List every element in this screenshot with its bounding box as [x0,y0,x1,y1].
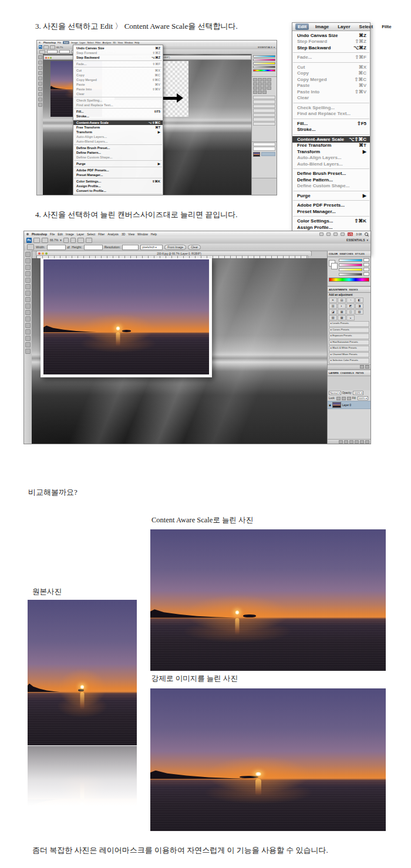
menu-item-content-aware-scale[interactable]: Content-Aware Scale⌥⇧⌘C [73,120,163,125]
color-panel-tabs[interactable]: COLORSWATCHESSTYLES [328,251,370,257]
tool-preset-icon[interactable] [39,50,45,54]
posterize-adjustment-icon[interactable]: ▨ [355,309,363,315]
lock-transparency-icon[interactable] [336,397,341,400]
menu-item-assign-profile[interactable]: Assign Profile... [292,224,370,231]
adjustments-panel-tabs[interactable]: ADJUSTMENTSMASKS [328,286,370,293]
opacity-value[interactable]: 100% ▾ [353,391,363,395]
menu-item-define-pattern[interactable]: Define Pattern... [292,177,370,183]
arrange-documents-icon[interactable] [78,238,84,243]
panel-tab-adjustments[interactable]: ADJUSTMENTS [329,288,347,291]
panel-tab-paths[interactable]: PATHS [356,371,364,374]
minimize-icon[interactable] [42,252,44,255]
menubar-item-edit[interactable]: Edit [63,41,69,44]
menu-tab-edit[interactable]: Edit [295,23,309,30]
menubar-item-image[interactable]: Image [71,41,78,44]
panel-tab-layers[interactable]: LAYERS [329,371,339,374]
workspace-label[interactable]: ESSENTIALS [258,46,272,49]
menu-item-assign-profile[interactable]: Assign Profile... [73,184,163,188]
menubar-item-layer[interactable]: Layer [77,232,85,236]
visibility-eye-icon[interactable]: ◉ [329,404,331,407]
menu-item-auto-align-layers[interactable]: Auto-Align Layers... [73,134,163,139]
workspace-label[interactable]: ESSENTIALS [346,238,365,242]
adjustment-layer-icon[interactable] [355,440,359,444]
menu-item-step-backward[interactable]: Step Backward⌥⌘Z [292,45,370,51]
menubar-item-image[interactable]: Image [66,232,74,236]
maximize-icon[interactable] [45,252,48,255]
layer-thumbnail[interactable] [253,152,260,157]
color-slider[interactable] [339,272,369,276]
status-icon[interactable] [341,232,345,236]
panel-tab-styles[interactable]: STYLES [355,252,365,255]
menubar-item-file[interactable]: File [58,41,61,44]
gradient-map-adjustment-icon[interactable]: ▩ [338,315,346,320]
preset-row-exposure-presets[interactable]: ▸ Exposure Presets [329,333,369,339]
panel-tab-swatches[interactable]: SWATCHES [339,252,353,255]
close-icon[interactable] [45,57,47,59]
menu-tab-layer[interactable]: Layer [335,23,352,30]
vibrance-adjustment-icon[interactable]: ▥ [329,303,337,309]
levels-adjustment-icon[interactable]: ▤ [338,298,346,303]
menu-item-color-settings[interactable]: Color Settings...⇧⌘K [292,218,370,225]
layer-row[interactable]: ◉ Layer 0 [328,401,370,409]
menu-item-check-spelling[interactable]: Check Spelling... [73,98,163,103]
color-spectrum-bar[interactable] [329,278,369,282]
width-input[interactable] [47,245,66,250]
menu-item-transform[interactable]: Transform▶ [73,130,163,134]
zoom-level[interactable]: 66.7% [50,238,58,242]
layer-row[interactable] [261,152,275,156]
menu-item-paste-into[interactable]: Paste Into⇧⌘V [73,87,163,92]
fill-value[interactable]: 100% ▾ [358,396,368,400]
preset-row-curves-presets[interactable]: ▸ Curves Presets [329,327,369,333]
zoom-tool-icon[interactable] [70,238,76,243]
menubar-item-photoshop[interactable]: Photoshop [32,232,47,236]
resolution-unit-select[interactable]: pixels/inch ▾ [140,245,163,250]
zoom-icon[interactable] [50,45,55,49]
menu-item-adobe-pdf-presets[interactable]: Adobe PDF Presets... [292,202,370,209]
menu-item-copy[interactable]: Copy⌘C [292,70,370,77]
layer-style-icon[interactable] [344,440,348,444]
menu-item-copy-merged[interactable]: Copy Merged⇧⌘C [73,77,163,82]
photo-filter-adjustment-icon[interactable]: ◪ [329,309,337,315]
menubar-item-select[interactable]: Select [87,41,93,44]
menubar-item-3d[interactable]: 3D [113,41,116,44]
resolution-input[interactable] [122,245,139,250]
preset-row-selective-color-presets[interactable]: ▸ Selective Color Presets [329,358,369,364]
menu-item-define-brush-preset[interactable]: Define Brush Preset... [73,146,163,150]
clear-button[interactable]: Clear [188,245,201,250]
layer-mask-icon[interactable] [349,440,353,444]
swap-dimensions-icon[interactable]: ⇄ [68,245,70,249]
menubar-item-filter[interactable]: Filter [96,41,101,44]
layers-panel-tabs[interactable]: LAYERSCHANNELSPATHS [328,370,370,376]
threshold-adjustment-icon[interactable]: ▧ [329,315,337,320]
menu-item-free-transform[interactable]: Free Transform⌘T [73,125,163,130]
status-icon[interactable] [319,232,324,236]
adjustments-panel[interactable] [252,77,277,142]
blend-mode-select[interactable]: Normal ▾ [329,391,341,395]
option-field[interactable] [59,50,70,53]
tools-panel[interactable] [24,251,32,444]
menu-item-define-brush-preset[interactable]: Define Brush Preset... [292,171,370,177]
menu-item-find-and-replace-text[interactable]: Find and Replace Text... [292,111,370,117]
menu-item-paste-into[interactable]: Paste Into⇧⌘V [292,89,370,95]
status-icon[interactable] [333,232,338,236]
zoom-level[interactable]: 66.7% [56,46,63,49]
exposure-adjustment-icon[interactable]: ◧ [355,298,363,303]
menubar-item-select[interactable]: Select [87,232,95,236]
link-layers-icon[interactable] [339,440,343,444]
status-icon[interactable] [326,232,331,236]
height-input[interactable] [84,245,103,250]
clock[interactable]: 3:08 [356,232,362,236]
menubar-item-file[interactable]: File [50,232,55,236]
menu-item-fade[interactable]: Fade...⇧⌘F [292,55,370,61]
menu-item-step-backward[interactable]: Step Backward⌥⌘Z [73,55,163,60]
menubar-item-filter[interactable]: Filter [98,232,105,236]
bridge-icon[interactable] [33,238,40,243]
menu-item-define-pattern[interactable]: Define Pattern... [73,150,163,155]
menu-item-undo-canvas-size[interactable]: Undo Canvas Size⌘Z [292,32,370,39]
menubar-item-3d[interactable]: 3D [122,232,125,236]
color-balance-adjustment-icon[interactable]: ◩ [346,303,355,309]
menu-item-stroke[interactable]: Stroke... [292,127,370,133]
channel-mixer-adjustment-icon[interactable]: ▦ [338,309,346,315]
front-image-button[interactable]: Front Image [164,245,186,250]
screen-mode-icon[interactable] [86,238,92,243]
